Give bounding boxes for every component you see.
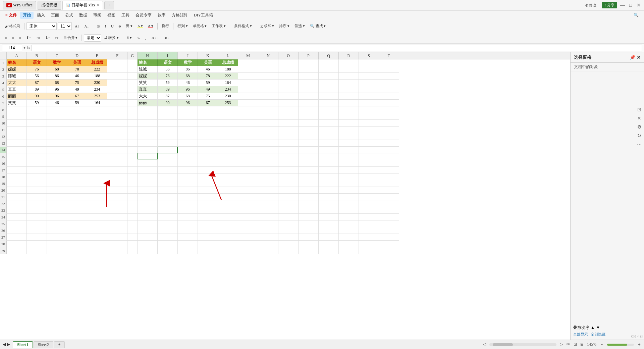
cell-J28[interactable] [178,241,198,247]
cond-format-button[interactable]: 条件格式 ▾ [232,22,254,30]
cell-T25[interactable] [379,220,399,227]
cell-S22[interactable] [359,200,379,207]
cell-M18[interactable] [238,173,258,180]
cell-N3[interactable] [258,73,278,80]
cell-G14[interactable] [127,147,138,153]
cell-R6[interactable] [339,93,359,100]
cell-G7[interactable] [127,100,138,106]
cell-Q15[interactable] [319,153,339,160]
cell-I25[interactable] [158,220,178,227]
cell-C27[interactable] [47,234,67,241]
cell-D3[interactable]: 46 [67,73,87,80]
cell-J12[interactable] [178,133,198,140]
cell-S26[interactable] [359,227,379,234]
cell-O18[interactable] [278,173,299,180]
menu-item-grid[interactable]: 方格矩阵 [169,12,191,19]
cell-I24[interactable] [158,214,178,220]
cell-B20[interactable] [27,187,47,194]
col-header-P[interactable]: P [299,52,319,59]
cell-I16[interactable] [158,160,178,167]
cell-O12[interactable] [278,133,299,140]
cell-K28[interactable] [198,241,218,247]
cell-A23[interactable] [7,207,27,214]
cell-G26[interactable] [127,227,138,234]
cell-M7[interactable] [238,100,258,106]
cell-R5[interactable] [339,86,359,93]
cell-M15[interactable] [238,153,258,160]
cell-M17[interactable] [238,167,258,173]
cell-J27[interactable] [178,234,198,241]
cell-B21[interactable] [27,194,47,200]
cell-L4[interactable]: 164 [218,80,238,86]
cell-I22[interactable] [158,200,178,207]
cell-E10[interactable] [87,120,107,127]
cell-L29[interactable] [218,247,238,254]
number-format-select[interactable]: 常规 [84,34,101,42]
cell-E3[interactable]: 188 [87,73,107,80]
cell-O9[interactable] [278,113,299,120]
cell-H20[interactable] [138,187,158,194]
cell-F26[interactable] [107,227,127,234]
cell-B18[interactable] [27,173,47,180]
font-color-button[interactable]: A ▾ [146,23,155,29]
format-painter-button[interactable]: 🖌 格式刷 [3,22,22,30]
cell-T13[interactable] [379,140,399,147]
cell-D5[interactable]: 49 [67,86,87,93]
cell-R7[interactable] [339,100,359,106]
cell-A9[interactable] [7,113,27,120]
cell-I21[interactable] [158,194,178,200]
tab-template[interactable]: 找模壳板 [38,1,61,10]
cell-N13[interactable] [258,140,278,147]
cell-N21[interactable] [258,194,278,200]
cell-D1[interactable]: 英语 [67,59,87,66]
border-button[interactable]: 田 ▾ [124,22,135,30]
cell-B9[interactable] [27,113,47,120]
cell-E8[interactable] [87,106,107,113]
cell-R3[interactable] [339,73,359,80]
cell-N29[interactable] [258,247,278,254]
cell-F14[interactable] [107,147,127,153]
cell-F5[interactable] [107,86,127,93]
cell-O24[interactable] [278,214,299,220]
cell-J7[interactable]: 96 [178,100,198,106]
cell-H13[interactable] [138,140,158,147]
cell-T23[interactable] [379,207,399,214]
cell-H21[interactable] [138,194,158,200]
decrease-dec-button[interactable]: .0← [162,35,173,41]
cell-P15[interactable] [299,153,319,160]
cell-D24[interactable] [67,214,87,220]
cell-O28[interactable] [278,241,299,247]
cell-S14[interactable] [359,147,379,153]
scroll-left-icon[interactable]: ◀ [3,342,6,347]
cell-J19[interactable] [178,180,198,187]
cell-T9[interactable] [379,113,399,120]
cell-B16[interactable] [27,160,47,167]
expand-formula-icon[interactable]: ▾ [23,45,25,50]
cell-K6[interactable]: 75 [198,93,218,100]
cell-E1[interactable]: 总成绩 [87,59,107,66]
cell-K14[interactable] [198,147,218,153]
col-header-O[interactable]: O [278,52,299,59]
cell-T27[interactable] [379,234,399,241]
cell-O13[interactable] [278,140,299,147]
cell-H4[interactable]: 笑笑 [138,80,158,86]
cell-P2[interactable] [299,66,319,73]
cell-E19[interactable] [87,180,107,187]
cell-R13[interactable] [339,140,359,147]
cell-D4[interactable]: 75 [67,80,87,86]
cell-Q8[interactable] [319,106,339,113]
cell-L9[interactable] [218,113,238,120]
hide-all-button[interactable]: 全部隐藏 [591,332,605,337]
cell-O15[interactable] [278,153,299,160]
font-name-select[interactable]: 宋体 [26,22,57,30]
cell-O20[interactable] [278,187,299,194]
strikethrough-button[interactable]: S [117,23,123,29]
cell-I20[interactable] [158,187,178,194]
cell-L6[interactable]: 230 [218,93,238,100]
cell-B13[interactable] [27,140,47,147]
cell-F4[interactable] [107,80,127,86]
cell-C13[interactable] [47,140,67,147]
col-header-C[interactable]: C [47,52,67,59]
cell-P14[interactable] [299,147,319,153]
cell-D11[interactable] [67,127,87,133]
